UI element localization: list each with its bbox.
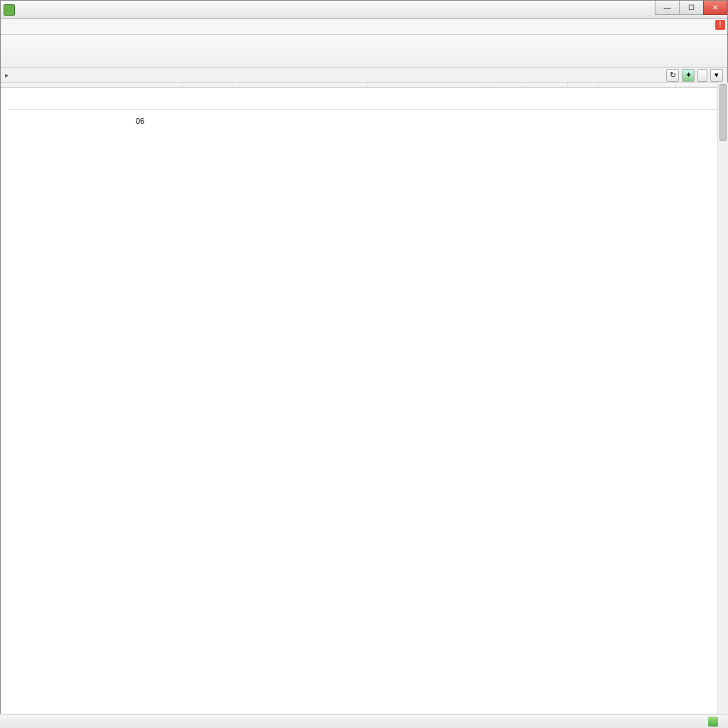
window-controls: — ☐ ✕ bbox=[655, 1, 727, 15]
col-senide[interactable] bbox=[368, 83, 488, 87]
statusbar bbox=[0, 714, 728, 728]
grid-header bbox=[1, 83, 727, 88]
col-recare[interactable] bbox=[488, 83, 523, 87]
toolbar bbox=[1, 35, 727, 68]
col-weltsyne[interactable] bbox=[599, 83, 676, 87]
commit-button[interactable] bbox=[697, 69, 707, 82]
refresh-icon[interactable]: ↻ bbox=[666, 69, 679, 82]
col-extra[interactable] bbox=[676, 83, 722, 87]
detail-panel: 06 bbox=[1, 88, 727, 141]
col-colful[interactable] bbox=[523, 83, 568, 87]
alert-icon[interactable]: ! bbox=[715, 20, 725, 30]
global-icon[interactable]: ✦ bbox=[682, 69, 695, 82]
app-icon bbox=[4, 4, 15, 16]
col-procest[interactable] bbox=[183, 83, 232, 87]
data-grid bbox=[1, 83, 727, 88]
pathbar: ▸ ↻ ✦ ▾ bbox=[1, 68, 727, 83]
col-some[interactable] bbox=[1, 83, 183, 87]
dropdown-icon[interactable]: ▾ bbox=[710, 69, 723, 82]
col-operation[interactable] bbox=[232, 83, 368, 87]
aulstires-label bbox=[241, 117, 426, 125]
detail-title-value bbox=[136, 92, 193, 95]
section-pof bbox=[8, 117, 136, 125]
minimize-button[interactable]: — bbox=[655, 1, 679, 15]
maximize-button[interactable]: ☐ bbox=[679, 1, 703, 15]
titlebar: — ☐ ✕ bbox=[1, 1, 727, 19]
col-solura[interactable] bbox=[568, 83, 599, 87]
close-button[interactable]: ✕ bbox=[703, 1, 727, 15]
scrollbar-thumb[interactable] bbox=[719, 84, 727, 141]
vertical-scrollbar[interactable] bbox=[717, 82, 728, 714]
menubar bbox=[1, 19, 727, 35]
status-icon bbox=[708, 717, 718, 727]
chevron-right-icon: ▸ bbox=[5, 71, 9, 79]
